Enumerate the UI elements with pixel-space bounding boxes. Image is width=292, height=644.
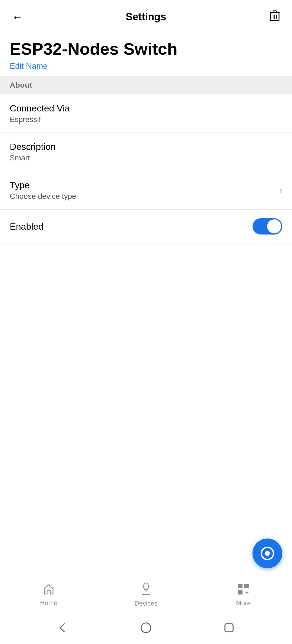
nav-item-more[interactable]: + More xyxy=(219,583,268,607)
enabled-toggle-row: Enabled xyxy=(0,210,292,243)
home-nav-label: Home xyxy=(40,599,57,607)
page-title: Settings xyxy=(126,11,166,23)
svg-text:+: + xyxy=(245,589,249,595)
sys-recent-icon xyxy=(223,622,235,634)
devices-nav-label: Devices xyxy=(134,600,157,607)
svg-rect-11 xyxy=(238,590,243,595)
enabled-label: Enabled xyxy=(10,221,44,232)
type-value: Choose device type xyxy=(10,192,274,201)
description-label: Description xyxy=(10,141,282,152)
top-bar: ← Settings xyxy=(0,0,292,32)
sys-back-button[interactable] xyxy=(57,622,69,634)
type-item[interactable]: Type Choose device type › xyxy=(0,171,292,210)
delete-button[interactable] xyxy=(267,8,282,26)
fab-button[interactable] xyxy=(253,539,282,568)
sys-home-button[interactable] xyxy=(140,622,152,634)
bottom-nav: Home Devices + More xyxy=(0,576,292,612)
svg-point-13 xyxy=(141,623,151,633)
settings-list: Connected Via Espressif Description Smar… xyxy=(0,94,292,243)
device-name: ESP32-Nodes Switch xyxy=(10,40,282,58)
sys-back-icon xyxy=(57,622,69,634)
edit-name-link[interactable]: Edit Name xyxy=(10,61,48,70)
svg-rect-10 xyxy=(244,584,249,588)
trash-icon xyxy=(269,10,280,22)
nav-item-devices[interactable]: Devices xyxy=(122,583,170,607)
connected-via-label: Connected Via xyxy=(10,103,282,114)
connected-via-item: Connected Via Espressif xyxy=(0,94,292,133)
toggle-knob xyxy=(267,219,281,233)
svg-point-6 xyxy=(144,583,148,590)
description-value: Smart xyxy=(10,154,282,162)
about-section-header: About xyxy=(0,76,292,94)
type-label: Type xyxy=(10,180,274,190)
type-content: Type Choose device type xyxy=(10,180,274,201)
more-icon: + xyxy=(237,583,250,597)
devices-icon xyxy=(140,583,152,597)
fab-icon xyxy=(261,547,274,560)
more-nav-label: More xyxy=(236,599,251,607)
sys-home-icon xyxy=(140,622,152,634)
enabled-toggle[interactable] xyxy=(253,218,282,235)
device-title-section: ESP32-Nodes Switch Edit Name xyxy=(0,32,292,76)
nav-item-home[interactable]: Home xyxy=(24,583,73,607)
system-nav xyxy=(0,612,292,644)
connected-via-content: Connected Via Espressif xyxy=(10,103,282,124)
fab-inner-dot xyxy=(265,551,270,556)
back-button[interactable]: ← xyxy=(10,9,25,25)
home-icon xyxy=(43,583,55,597)
chevron-right-icon: › xyxy=(279,185,282,195)
svg-rect-9 xyxy=(238,584,243,588)
description-content: Description Smart xyxy=(10,141,282,162)
svg-rect-14 xyxy=(225,624,233,632)
description-item: Description Smart xyxy=(0,133,292,171)
sys-recent-button[interactable] xyxy=(223,622,235,634)
connected-via-value: Espressif xyxy=(10,115,282,124)
